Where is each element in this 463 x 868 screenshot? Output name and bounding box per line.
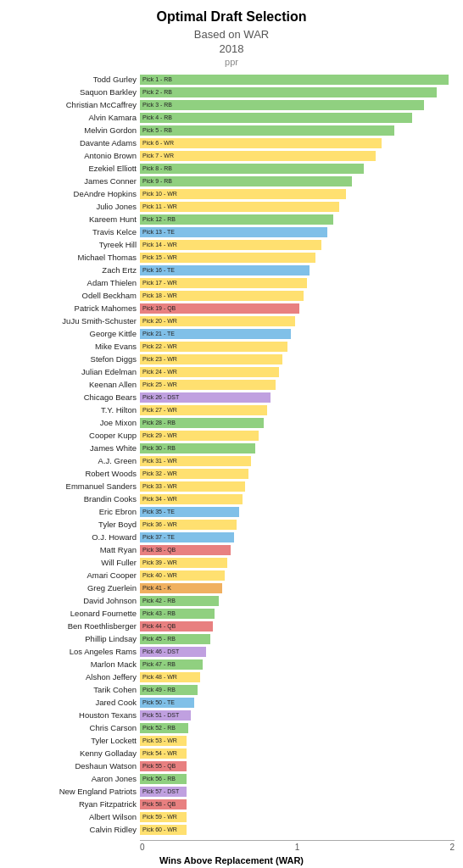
- bar-section: Pick 53 - WR: [140, 736, 455, 746]
- bar-section: Pick 14 - WR: [140, 240, 455, 250]
- pick-bar: Pick 53 - WR: [140, 736, 187, 746]
- pick-bar: Pick 14 - WR: [140, 240, 321, 250]
- player-name: Zach Ertz: [8, 265, 140, 275]
- chart-container: Optimal Draft Selection Based on WAR 201…: [0, 0, 463, 868]
- player-name: Deshaun Watson: [8, 761, 140, 771]
- bar-section: Pick 41 - K: [140, 583, 455, 593]
- bar-section: Pick 2 - RB: [140, 87, 455, 97]
- bar-row: New England PatriotsPick 57 - DST: [8, 786, 455, 798]
- bar-section: Pick 35 - TE: [140, 507, 455, 517]
- pick-label: Pick 28 - RB: [140, 418, 187, 428]
- bar-row: Phillip LindsayPick 45 - RB: [8, 633, 455, 645]
- bar-section: Pick 32 - WR: [140, 469, 455, 479]
- bar-section: Pick 6 - WR: [140, 138, 455, 148]
- pick-bar: Pick 7 - WR: [140, 151, 376, 161]
- pick-bar: Pick 23 - WR: [140, 354, 282, 364]
- player-name: Emmanuel Sanders: [8, 481, 140, 491]
- pick-bar: Pick 51 - DST: [140, 710, 191, 721]
- player-name: Aaron Jones: [8, 774, 140, 783]
- bar-row: Julian EdelmanPick 24 - WR: [8, 366, 455, 378]
- bar-row: T.Y. HiltonPick 27 - WR: [8, 404, 455, 416]
- pick-bar: Pick 28 - RB: [140, 418, 264, 428]
- pick-label: Pick 32 - WR: [140, 469, 187, 479]
- bar-section: Pick 4 - RB: [140, 113, 455, 123]
- pick-bar: Pick 58 - QB: [140, 799, 187, 810]
- pick-bar: Pick 39 - WR: [140, 558, 227, 568]
- bar-row: Melvin GordonPick 5 - RB: [8, 125, 455, 136]
- bar-row: Odell BeckhamPick 18 - WR: [8, 290, 455, 302]
- bar-section: Pick 17 - WR: [140, 278, 455, 288]
- bar-row: Keenan AllenPick 25 - WR: [8, 379, 455, 391]
- pick-label: Pick 55 - QB: [140, 761, 187, 771]
- bar-row: Stefon DiggsPick 23 - WR: [8, 353, 455, 365]
- pick-label: Pick 22 - WR: [140, 342, 187, 352]
- pick-bar: Pick 16 - TE: [140, 265, 310, 275]
- player-name: Amari Cooper: [8, 570, 140, 580]
- bar-row: Kenny GolladayPick 54 - WR: [8, 748, 455, 760]
- pick-label: Pick 39 - WR: [140, 558, 187, 568]
- pick-bar: Pick 54 - WR: [140, 748, 187, 759]
- bar-row: Tyreek HillPick 14 - WR: [8, 239, 455, 251]
- player-name: George Kittle: [8, 329, 140, 338]
- pick-bar: Pick 17 - WR: [140, 278, 307, 288]
- player-name: Ezekiel Elliott: [8, 164, 140, 173]
- pick-label: Pick 19 - QB: [140, 303, 187, 314]
- player-name: Davante Adams: [8, 138, 140, 147]
- bar-row: Brandin CooksPick 34 - WR: [8, 493, 455, 505]
- bar-section: Pick 7 - WR: [140, 151, 455, 161]
- player-name: Kenny Golladay: [8, 748, 140, 758]
- pick-bar: Pick 9 - RB: [140, 176, 352, 186]
- bar-section: Pick 42 - RB: [140, 596, 455, 606]
- pick-label: Pick 52 - RB: [140, 723, 187, 733]
- player-name: Tyler Lockett: [8, 736, 140, 745]
- pick-label: Pick 4 - RB: [140, 113, 187, 123]
- pick-bar: Pick 31 - WR: [140, 456, 251, 466]
- pick-label: Pick 45 - RB: [140, 634, 187, 644]
- pick-label: Pick 20 - WR: [140, 316, 187, 326]
- pick-label: Pick 7 - WR: [140, 151, 187, 161]
- pick-label: Pick 8 - RB: [140, 164, 187, 174]
- bar-row: DeAndre HopkinsPick 10 - WR: [8, 188, 455, 200]
- x-axis-label: 1: [295, 843, 300, 852]
- bar-section: Pick 33 - WR: [140, 481, 455, 492]
- player-name: Phillip Lindsay: [8, 634, 140, 643]
- pick-bar: Pick 22 - WR: [140, 342, 287, 352]
- bar-row: Leonard FournettePick 43 - RB: [8, 608, 455, 620]
- pick-label: Pick 6 - WR: [140, 138, 187, 148]
- player-name: Greg Zuerlein: [8, 583, 140, 593]
- pick-bar: Pick 59 - WR: [140, 812, 187, 822]
- pick-label: Pick 18 - WR: [140, 291, 187, 301]
- bar-section: Pick 21 - TE: [140, 329, 455, 339]
- bar-row: Calvin RidleyPick 60 - WR: [8, 824, 455, 836]
- pick-label: Pick 53 - WR: [140, 736, 187, 746]
- player-name: James White: [8, 443, 140, 453]
- bar-section: Pick 37 - TE: [140, 532, 455, 542]
- player-name: Christian McCaffrey: [8, 100, 140, 109]
- pick-bar: Pick 48 - WR: [140, 672, 200, 682]
- pick-bar: Pick 5 - RB: [140, 125, 394, 136]
- pick-label: Pick 34 - WR: [140, 494, 187, 504]
- bar-row: Chris CarsonPick 52 - RB: [8, 722, 455, 734]
- pick-label: Pick 36 - WR: [140, 520, 187, 530]
- pick-bar: Pick 37 - TE: [140, 532, 234, 542]
- x-axis-label: 2: [449, 843, 455, 852]
- bar-section: Pick 30 - RB: [140, 443, 455, 453]
- pick-bar: Pick 43 - RB: [140, 609, 215, 619]
- pick-bar: Pick 21 - TE: [140, 329, 291, 339]
- pick-label: Pick 10 - WR: [140, 189, 187, 199]
- pick-label: Pick 54 - WR: [140, 748, 187, 759]
- bar-row: Marlon MackPick 47 - RB: [8, 659, 455, 670]
- player-name: Kareem Hunt: [8, 214, 140, 224]
- pick-bar: Pick 19 - QB: [140, 303, 299, 314]
- pick-label: Pick 41 - K: [140, 583, 187, 593]
- player-name: Houston Texans: [8, 710, 140, 720]
- pick-bar: Pick 49 - RB: [140, 685, 198, 695]
- player-name: Jared Cook: [8, 698, 140, 707]
- pick-label: Pick 3 - RB: [140, 100, 187, 110]
- pick-bar: Pick 15 - WR: [140, 253, 315, 263]
- pick-bar: Pick 57 - DST: [140, 787, 187, 797]
- pick-bar: Pick 47 - RB: [140, 659, 203, 670]
- bar-row: Saquon BarkleyPick 2 - RB: [8, 86, 455, 98]
- player-name: Stefon Diggs: [8, 354, 140, 364]
- pick-label: Pick 56 - RB: [140, 774, 187, 784]
